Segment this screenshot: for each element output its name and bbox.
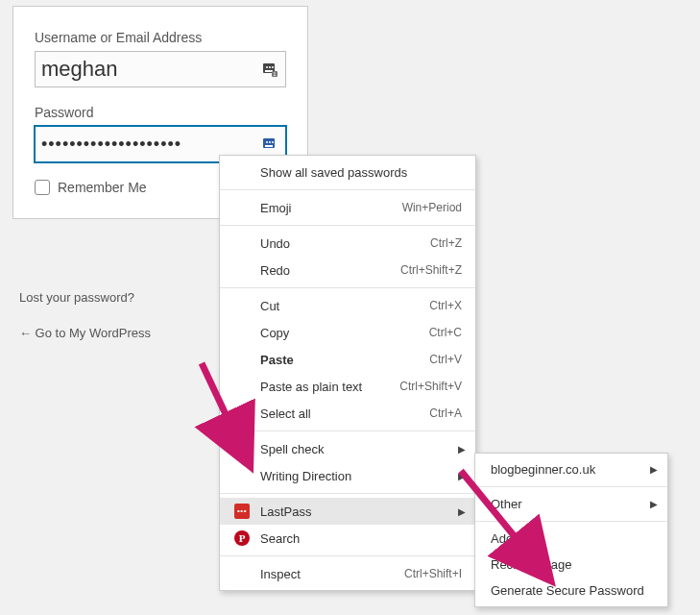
username-input-wrap: 1 xyxy=(35,51,286,87)
context-menu: Show all saved passwords Emoji Win+Perio… xyxy=(219,155,476,591)
menu-separator xyxy=(220,430,475,431)
password-label: Password xyxy=(35,105,286,120)
submenu-site[interactable]: blogbeginner.co.uk ▶ xyxy=(475,456,667,482)
lastpass-submenu: blogbeginner.co.uk ▶ Other ▶ Add Item Re… xyxy=(474,453,668,607)
username-input[interactable] xyxy=(35,51,286,87)
svg-point-2 xyxy=(266,66,268,68)
lastpass-field-icon[interactable]: 1 xyxy=(261,61,278,78)
menu-lastpass[interactable]: LastPass ▶ xyxy=(220,498,475,525)
menu-paste[interactable]: Paste Ctrl+V xyxy=(220,346,475,373)
lastpass-field-icon[interactable] xyxy=(261,135,278,153)
chevron-right-icon: ▶ xyxy=(650,499,658,509)
svg-text:1: 1 xyxy=(274,71,277,77)
menu-separator xyxy=(220,555,475,556)
menu-writing-direction[interactable]: Writing Direction ▶ xyxy=(220,462,475,489)
svg-point-11 xyxy=(272,141,274,143)
menu-inspect[interactable]: Inspect Ctrl+Shift+I xyxy=(220,560,475,587)
pinterest-icon: P xyxy=(233,529,251,547)
menu-cut[interactable]: Cut Ctrl+X xyxy=(220,292,475,319)
menu-paste-plain[interactable]: Paste as plain text Ctrl+Shift+V xyxy=(220,373,475,400)
chevron-right-icon: ▶ xyxy=(458,506,466,517)
submenu-generate-password[interactable]: Generate Secure Password xyxy=(475,578,667,603)
menu-separator xyxy=(475,486,667,487)
chevron-right-icon: ▶ xyxy=(650,464,658,475)
remember-label: Remember Me xyxy=(58,180,147,195)
lost-password-link[interactable]: Lost your password? xyxy=(19,290,151,305)
menu-separator xyxy=(475,521,667,522)
menu-select-all[interactable]: Select all Ctrl+A xyxy=(220,400,475,427)
submenu-other[interactable]: Other ▶ xyxy=(475,491,667,517)
menu-show-saved-passwords[interactable]: Show all saved passwords xyxy=(220,159,475,185)
menu-redo[interactable]: Redo Ctrl+Shift+Z xyxy=(220,257,475,283)
menu-separator xyxy=(220,225,475,226)
submenu-recheck-page[interactable]: Recheck Page xyxy=(475,552,667,578)
menu-spell-check[interactable]: Spell check ▶ xyxy=(220,435,475,462)
menu-emoji[interactable]: Emoji Win+Period xyxy=(220,194,475,221)
svg-point-9 xyxy=(266,141,268,143)
svg-point-3 xyxy=(269,66,271,68)
svg-point-4 xyxy=(272,66,274,68)
chevron-right-icon: ▶ xyxy=(458,444,466,455)
menu-copy[interactable]: Copy Ctrl+C xyxy=(220,319,475,346)
menu-undo[interactable]: Undo Ctrl+Z xyxy=(220,230,475,257)
svg-rect-8 xyxy=(265,145,273,147)
chevron-right-icon: ▶ xyxy=(458,471,466,481)
svg-point-10 xyxy=(269,141,271,143)
lastpass-icon xyxy=(233,503,251,520)
menu-search[interactable]: P Search xyxy=(220,525,475,552)
submenu-add-item[interactable]: Add Item xyxy=(475,526,667,552)
menu-separator xyxy=(220,287,475,288)
menu-separator xyxy=(220,189,475,190)
below-links: Lost your password? ← Go to My WordPress xyxy=(19,290,151,361)
username-label: Username or Email Address xyxy=(35,30,286,45)
menu-separator xyxy=(220,493,475,494)
remember-checkbox[interactable] xyxy=(35,180,50,195)
back-to-site-link[interactable]: ← Go to My WordPress xyxy=(19,326,151,340)
svg-rect-1 xyxy=(265,70,273,72)
